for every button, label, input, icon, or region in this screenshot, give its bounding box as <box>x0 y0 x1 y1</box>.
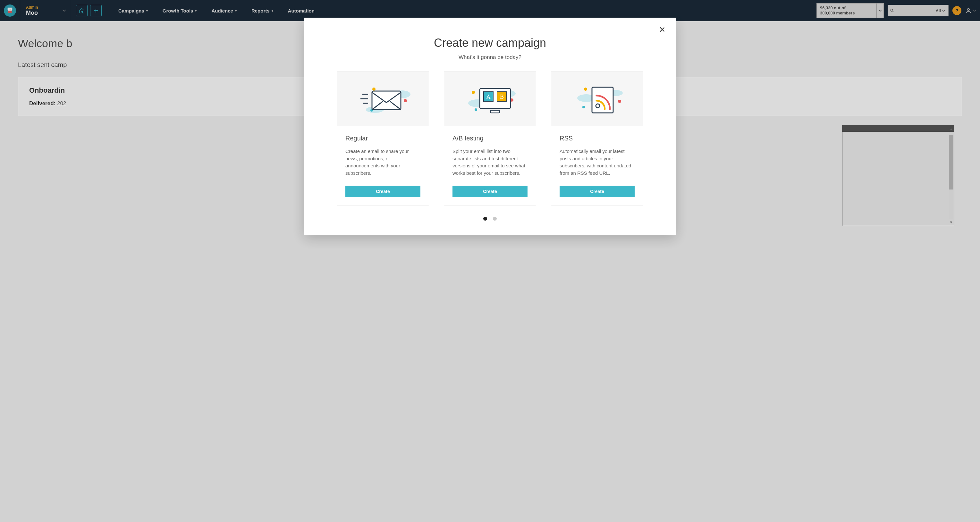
svg-point-19 <box>475 108 477 111</box>
campaign-type-cards: Regular Create an email to share your ne… <box>320 72 660 132</box>
svg-rect-25 <box>491 110 500 113</box>
svg-point-29 <box>582 106 585 108</box>
close-button[interactable] <box>659 26 666 33</box>
close-icon <box>659 26 666 33</box>
svg-point-9 <box>372 88 375 91</box>
modal-overlay: Create new campaign What's it gonna be t… <box>0 0 980 132</box>
regular-illustration <box>337 72 429 126</box>
ab-testing-illustration: A B <box>444 72 536 126</box>
card-rss: RSS Automatically email your latest post… <box>551 72 643 132</box>
modal-subtitle: What's it gonna be today? <box>320 54 660 60</box>
svg-point-17 <box>472 91 475 94</box>
card-ab-testing: A B A/B testing Split your email list in… <box>444 72 536 132</box>
svg-point-10 <box>404 99 407 102</box>
svg-point-28 <box>584 88 587 91</box>
svg-text:B: B <box>500 94 504 100</box>
card-regular: Regular Create an email to share your ne… <box>337 72 429 132</box>
create-campaign-modal: Create new campaign What's it gonna be t… <box>304 18 676 132</box>
rss-illustration <box>551 72 643 126</box>
modal-title: Create new campaign <box>320 36 660 50</box>
svg-point-30 <box>618 100 621 103</box>
svg-text:A: A <box>487 94 491 100</box>
